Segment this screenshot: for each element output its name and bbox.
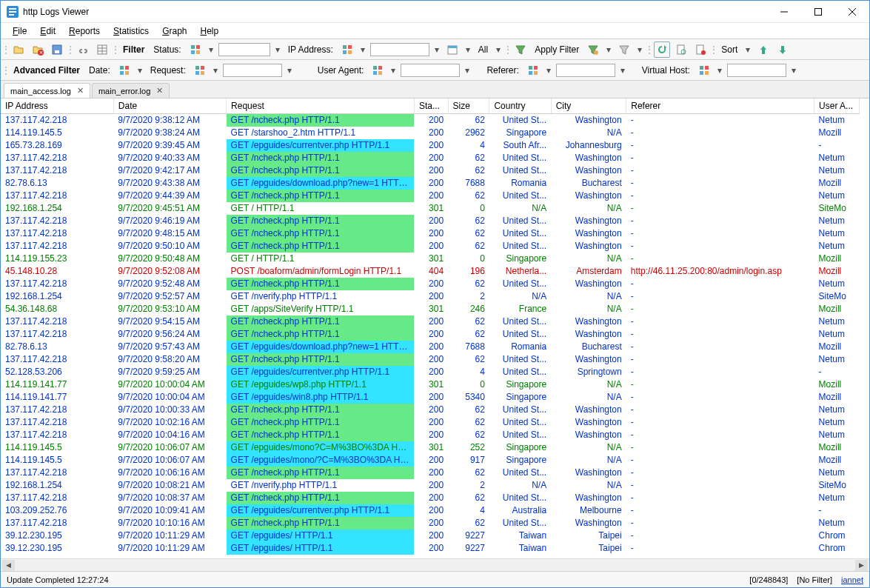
tab-main_error-log[interactable]: main_error.log✕ <box>92 83 170 98</box>
table-row[interactable]: 137.117.42.2189/7/2020 9:42:17 AMGET /nc… <box>1 164 860 177</box>
column-header[interactable]: Sta... <box>414 98 448 114</box>
request-combo[interactable] <box>223 64 282 77</box>
request-grid-icon[interactable] <box>192 62 208 78</box>
menu-reports[interactable]: Reports <box>63 24 106 38</box>
table-row[interactable]: 114.119.141.779/7/2020 10:00:04 AMGET /e… <box>1 391 860 404</box>
table-row[interactable]: 137.117.42.2189/7/2020 9:56:24 AMGET /nc… <box>1 328 860 341</box>
all-label[interactable]: All <box>475 44 491 55</box>
column-header[interactable]: Date <box>113 98 226 114</box>
column-header[interactable]: Size <box>448 98 489 114</box>
sort-asc-icon[interactable] <box>755 41 772 58</box>
request-dd[interactable]: ▾ <box>211 65 220 76</box>
menu-file[interactable]: File <box>7 24 33 38</box>
table-row[interactable]: 137.117.42.2189/7/2020 9:50:10 AMGET /nc… <box>1 240 860 253</box>
funnel-clear-icon[interactable] <box>616 41 632 58</box>
horizontal-scrollbar[interactable]: ◀ ▶ <box>1 558 869 571</box>
column-header[interactable]: Request <box>227 98 415 114</box>
open-file-icon[interactable] <box>10 41 27 58</box>
table-row[interactable]: 137.117.42.2189/7/2020 9:46:19 AMGET /nc… <box>1 215 860 227</box>
log-grid[interactable]: IP AddressDateRequestSta...SizeCountryCi… <box>1 98 869 558</box>
table-row[interactable]: 137.117.42.2189/7/2020 10:06:16 AMGET /n… <box>1 467 860 479</box>
menu-edit[interactable]: Edit <box>34 24 61 38</box>
date-dd[interactable]: ▾ <box>135 65 144 76</box>
referer-grid-icon[interactable] <box>525 62 541 78</box>
column-header[interactable]: Country <box>489 98 551 114</box>
column-header[interactable]: User A... <box>814 98 860 114</box>
table-row[interactable]: 45.148.10.289/7/2020 9:52:08 AMPOST /boa… <box>1 265 860 278</box>
funnel-config-dd[interactable]: ▾ <box>604 44 613 55</box>
table-row[interactable]: 192.168.1.2549/7/2020 10:08:21 AMGET /nv… <box>1 479 860 492</box>
tab-close-icon[interactable]: ✕ <box>77 86 84 96</box>
sort-desc-icon[interactable] <box>774 41 791 58</box>
column-header[interactable]: Referer <box>626 98 814 114</box>
table-row[interactable]: 137.117.42.2189/7/2020 9:40:33 AMGET /nc… <box>1 152 860 164</box>
column-header[interactable]: City <box>551 98 626 114</box>
ip-combo-dd[interactable]: ▾ <box>432 44 441 55</box>
table-row[interactable]: 114.119.145.59/7/2020 10:06:07 AMGET /ep… <box>1 454 860 467</box>
vhost-combo-dd[interactable]: ▾ <box>789 65 798 76</box>
referer-dd[interactable]: ▾ <box>544 65 553 76</box>
referer-combo[interactable] <box>556 64 615 77</box>
vhost-grid-icon[interactable] <box>696 62 712 78</box>
ua-combo-dd[interactable]: ▾ <box>463 65 472 76</box>
table-row[interactable]: 137.117.42.2189/7/2020 9:44:39 AMGET /nc… <box>1 190 860 202</box>
table-row[interactable]: 52.128.53.2069/7/2020 9:59:25 AMGET /epg… <box>1 366 860 378</box>
table-row[interactable]: 114.119.155.239/7/2020 9:50:48 AMGET / H… <box>1 253 860 265</box>
funnel-icon[interactable] <box>512 41 529 58</box>
table-row[interactable]: 82.78.6.139/7/2020 9:43:38 AMGET /epguid… <box>1 177 860 190</box>
tab-close-icon[interactable]: ✕ <box>156 86 163 96</box>
funnel-config-icon[interactable] <box>585 41 601 58</box>
open-error-icon[interactable]: ✕ <box>30 41 46 58</box>
table-row[interactable]: 114.119.145.59/7/2020 9:38:24 AMGET /sta… <box>1 127 860 139</box>
table-row[interactable]: 137.117.42.2189/7/2020 9:58:20 AMGET /nc… <box>1 353 860 366</box>
ua-grid-icon[interactable] <box>369 62 386 78</box>
status-link[interactable]: iannet <box>841 575 863 584</box>
menu-graph[interactable]: Graph <box>156 24 193 38</box>
vhost-dd[interactable]: ▾ <box>715 65 724 76</box>
scroll-left-icon[interactable]: ◀ <box>2 560 15 571</box>
funnel-clear-dd[interactable]: ▾ <box>635 44 644 55</box>
close-button[interactable] <box>835 1 869 22</box>
ip-dropdown[interactable]: ▾ <box>358 44 367 55</box>
table-row[interactable]: 137.117.42.2189/7/2020 9:38:12 AMGET /nc… <box>1 114 860 127</box>
table-row[interactable]: 114.119.145.59/7/2020 10:06:07 AMGET /ep… <box>1 441 860 454</box>
sort-label[interactable]: Sort <box>718 44 740 55</box>
table-row[interactable]: 137.117.42.2189/7/2020 10:10:16 AMGET /n… <box>1 517 860 529</box>
request-combo-dd[interactable]: ▾ <box>285 65 294 76</box>
calendar-icon[interactable] <box>444 41 461 58</box>
table-row[interactable]: 137.117.42.2189/7/2020 9:54:15 AMGET /nc… <box>1 315 860 328</box>
ua-combo[interactable] <box>401 64 460 77</box>
referer-combo-dd[interactable]: ▾ <box>618 65 627 76</box>
table-row[interactable]: 103.209.252.769/7/2020 10:09:41 AMGET /e… <box>1 504 860 517</box>
vhost-combo[interactable] <box>727 64 786 77</box>
table-row[interactable]: 39.12.230.1959/7/2020 10:11:29 AMGET /ep… <box>1 529 860 542</box>
status-dropdown[interactable]: ▾ <box>207 44 215 55</box>
minimize-button[interactable] <box>767 1 801 22</box>
sort-dd[interactable]: ▾ <box>743 44 752 55</box>
table-row[interactable]: 137.117.42.2189/7/2020 10:04:16 AMGET /n… <box>1 429 860 441</box>
calendar-dd[interactable]: ▾ <box>464 44 472 55</box>
status-combo[interactable] <box>218 43 270 56</box>
refresh-icon[interactable] <box>654 41 670 58</box>
scroll-right-icon[interactable]: ▶ <box>855 560 868 571</box>
table-row[interactable]: 137.117.42.2189/7/2020 9:52:48 AMGET /nc… <box>1 278 860 290</box>
date-grid-icon[interactable] <box>116 62 133 78</box>
menu-help[interactable]: Help <box>195 24 225 38</box>
save-icon[interactable] <box>49 41 65 58</box>
table-row[interactable]: 137.117.42.2189/7/2020 10:02:16 AMGET /n… <box>1 416 860 429</box>
table-row[interactable]: 82.78.6.139/7/2020 9:57:43 AMGET /epguid… <box>1 341 860 353</box>
table-row[interactable]: 114.119.141.779/7/2020 10:00:04 AMGET /e… <box>1 378 860 391</box>
page-search-icon[interactable] <box>673 41 689 58</box>
ua-dd[interactable]: ▾ <box>389 65 398 76</box>
table-row[interactable]: 192.168.1.2549/7/2020 9:52:57 AMGET /nve… <box>1 290 860 303</box>
table-row[interactable]: 165.73.28.1699/7/2020 9:39:45 AMGET /epg… <box>1 139 860 152</box>
table-row[interactable]: 137.117.42.2189/7/2020 10:08:37 AMGET /n… <box>1 492 860 504</box>
menu-statistics[interactable]: Statistics <box>107 24 155 38</box>
ip-grid-icon[interactable] <box>339 41 355 58</box>
apply-filter-label[interactable]: Apply Filter <box>532 44 582 55</box>
maximize-button[interactable] <box>801 1 835 22</box>
column-header[interactable]: IP Address <box>1 98 113 114</box>
status-grid-icon[interactable] <box>187 41 204 58</box>
ip-combo[interactable] <box>370 43 429 56</box>
link-icon[interactable] <box>75 41 91 58</box>
